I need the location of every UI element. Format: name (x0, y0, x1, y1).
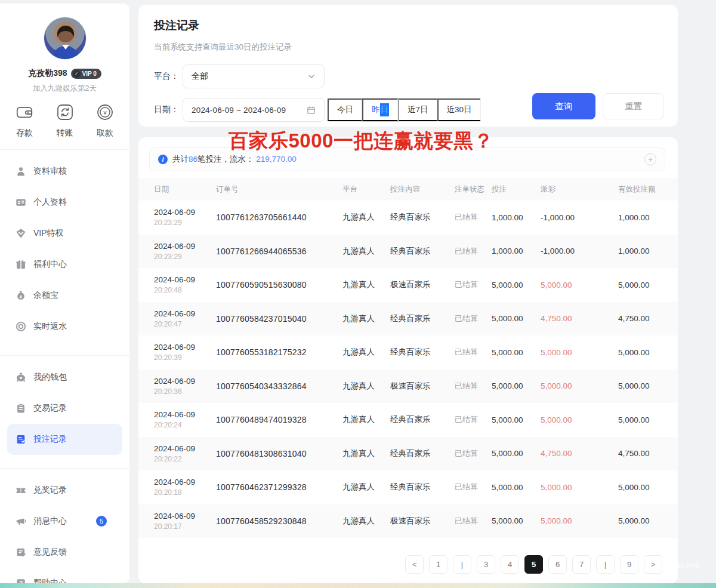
platform-label: 平台： (154, 71, 183, 82)
summary-text: 共计86笔投注，流水： 219,770.00 (172, 154, 297, 165)
cell-status: 已结算 (455, 516, 492, 527)
sidebar-item-个人资料[interactable]: 个人资料 (7, 187, 122, 218)
pagination-ellipsis-button[interactable]: |... (596, 555, 615, 574)
sidebar-item-福利中心[interactable]: 福利中心 (7, 249, 122, 280)
sidebar-item-资料审核[interactable]: 资料审核 (7, 156, 122, 187)
profile-section: 克孜勒398 ✓ VIP 0 加入九游娱乐第2天 存款 转账¥ 取款 (0, 4, 129, 138)
quick-date-昨日[interactable]: 昨日 (362, 98, 398, 121)
cell-platform: 九游真人 (342, 347, 390, 358)
reset-button[interactable]: 重置 (603, 93, 664, 119)
sidebar-item-消息中心[interactable]: 消息中心5 (7, 506, 122, 537)
sidebar-item-意见反馈[interactable]: 意见反馈 (7, 537, 122, 568)
bet-records-card: i 共计86笔投注，流水： 219,770.00 + 日期订单号平台投注内容注单… (138, 137, 678, 583)
pagination-page-7[interactable]: 7 (572, 555, 591, 574)
sidebar-item-余额宝[interactable]: 余额宝 (7, 280, 122, 311)
cell-order-no: 1007760553182175232 (216, 347, 342, 357)
quick-date-group: 今日昨日近7日近30日 (327, 98, 481, 122)
pagination-prev-button[interactable]: < (405, 555, 424, 574)
help-icon: ? (16, 578, 26, 583)
cell-bet-content: 极速百家乐 (390, 381, 455, 392)
cell-bet-content: 经典百家乐 (390, 347, 455, 358)
pagination-page-4[interactable]: 4 (501, 555, 519, 574)
divider (0, 468, 129, 469)
table-header: 日期订单号平台投注内容注单状态投注派彩有效投注额 (138, 178, 678, 201)
table-row: 2024-06-0920:20:36 1007760540343332864 九… (138, 370, 678, 404)
cell-date: 2024-06-0920:20:48 (154, 275, 216, 294)
cell-status: 已结算 (455, 381, 492, 392)
chevron-down-icon (307, 72, 316, 81)
cell-bet-amount: 5,000.00 (492, 281, 541, 290)
cell-date: 2024-06-0920:20:47 (154, 309, 216, 328)
cell-order-no: 1007760590515630080 (216, 280, 342, 290)
quick-action-存款[interactable]: 存款 (16, 103, 33, 138)
pagination-page-6[interactable]: 6 (548, 555, 567, 574)
cell-order-no: 1007761266944065536 (216, 247, 342, 256)
divider (0, 149, 129, 150)
cell-payout: 4,750.00 (541, 314, 618, 323)
quick-date-今日[interactable]: 今日 (328, 98, 362, 121)
cell-platform: 九游真人 (342, 246, 390, 257)
cell-bet-content: 经典百家乐 (390, 313, 455, 324)
sidebar-item-帮助中心[interactable]: ? 帮助中心 (7, 568, 122, 583)
table-row: 2024-06-0920:20:22 1007760481308631040 九… (138, 437, 678, 471)
sidebar-item-兑奖记录[interactable]: 兑奖记录 (7, 475, 122, 506)
table-row: 2024-06-0920:23:29 1007761266944065536 九… (138, 235, 678, 269)
bet-record-icon (16, 434, 26, 445)
pagination-next-button[interactable]: > (644, 555, 662, 574)
table-row: 2024-06-0920:20:47 1007760584237015040 九… (138, 302, 678, 336)
sidebar-nav: 资料审核 个人资料 VIP特权 福利中心 余额宝 实时返水 我的钱包 交易记录 … (0, 153, 129, 583)
quick-action-取款[interactable]: ¥ 取款 (96, 103, 114, 138)
clipboard-icon (16, 403, 26, 414)
sidebar-item-投注记录[interactable]: 投注记录 (7, 424, 122, 455)
cell-payout: -1,000.00 (541, 247, 618, 255)
quick-date-近7日[interactable]: 近7日 (398, 98, 437, 121)
page-subtitle: 当前系统支持查询最近30日的投注记录 (154, 42, 292, 53)
date-range-input[interactable]: 2024-06-09 ~ 2024-06-09 (183, 98, 325, 122)
cell-bet-amount: 5,000.00 (492, 348, 541, 357)
cell-payout: 5,000.00 (541, 516, 618, 525)
platform-select[interactable]: 全部 (183, 64, 325, 88)
filters-card: 投注记录 当前系统支持查询最近30日的投注记录 平台： 全部 日期： 2024-… (138, 5, 678, 127)
quick-date-近30日[interactable]: 近30日 (437, 98, 480, 121)
cell-order-no: 1007760584237015040 (216, 314, 342, 324)
platform-selected-value: 全部 (192, 71, 307, 82)
expand-plus-icon[interactable]: + (644, 153, 656, 165)
cell-bet-content: 极速百家乐 (390, 516, 455, 527)
cell-valid-amount: 5,000.00 (618, 483, 662, 492)
sidebar-item-实时返水[interactable]: 实时返水 (7, 311, 122, 342)
sidebar-item-交易记录[interactable]: 交易记录 (7, 393, 122, 424)
user-audit-icon (16, 166, 26, 177)
pagination-page-3[interactable]: 3 (477, 555, 495, 574)
pagination-page-1[interactable]: 1 (429, 555, 448, 574)
id-card-icon (16, 197, 26, 208)
ticket-icon (16, 485, 26, 495)
cell-date: 2024-06-0920:20:22 (154, 444, 216, 463)
cell-bet-amount: 1,000.00 (492, 213, 541, 222)
sidebar-item-VIP特权[interactable]: VIP特权 (7, 218, 122, 249)
pagination-ellipsis-button[interactable]: |... (453, 555, 471, 574)
info-icon: i (158, 155, 168, 164)
cell-status: 已结算 (455, 482, 492, 492)
cell-platform: 九游真人 (342, 482, 390, 492)
column-header-订单号: 订单号 (216, 184, 342, 195)
cell-platform: 九游真人 (342, 414, 390, 425)
column-header-投注: 投注 (492, 184, 541, 195)
table-row: 2024-06-0920:20:18 1007760462371299328 九… (138, 470, 678, 504)
quick-action-转账[interactable]: 转账 (56, 103, 74, 138)
cell-date: 2024-06-0920:20:18 (154, 478, 216, 497)
cell-bet-content: 经典百家乐 (390, 246, 455, 257)
cell-payout: -1,000.00 (541, 213, 618, 222)
cell-date: 2024-06-0920:20:24 (154, 410, 216, 429)
cell-valid-amount: 1,000.00 (618, 213, 662, 222)
sidebar-item-我的钱包[interactable]: 我的钱包 (7, 362, 122, 393)
query-button[interactable]: 查询 (532, 93, 595, 119)
cell-date: 2024-06-0920:20:36 (154, 377, 216, 396)
pagination-page-5[interactable]: 5 (524, 555, 543, 574)
cell-order-no: 1007760462371299328 (216, 482, 342, 492)
pagination-page-9[interactable]: 9 (620, 555, 638, 574)
unread-badge: 5 (96, 516, 107, 527)
cell-order-no: 1007760489474019328 (216, 415, 342, 424)
avatar[interactable] (44, 17, 87, 60)
money-pouch-icon (16, 290, 26, 301)
username: 克孜勒398 (28, 68, 67, 79)
